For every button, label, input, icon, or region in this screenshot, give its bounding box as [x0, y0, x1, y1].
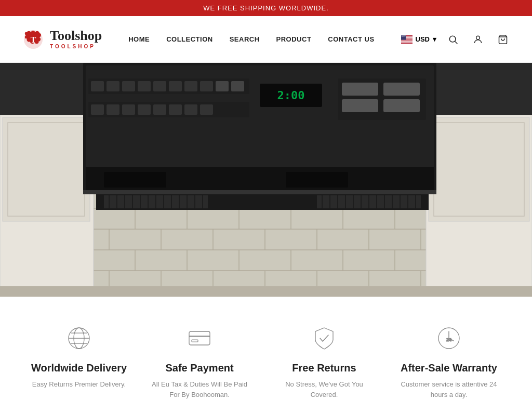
svg-point-14 [405, 35, 405, 36]
svg-rect-107 [122, 81, 135, 91]
svg-rect-105 [91, 81, 104, 91]
svg-rect-106 [107, 81, 119, 91]
search-button[interactable] [445, 31, 461, 48]
credit-card-icon-container [184, 323, 215, 354]
svg-text:T: T [31, 35, 36, 44]
logo-text: Toolshop TOOLSHOP [50, 29, 102, 49]
feature-3-title: After-Sale Warranty [401, 362, 497, 374]
hero-image: 2:00 [0, 63, 532, 297]
feature-0-title: Worldwide Delivery [31, 362, 127, 374]
globe-icon [66, 325, 92, 351]
main-nav: HOME COLLECTION SEARCH PRODUCT CONTACT U… [128, 35, 374, 43]
svg-point-21 [476, 36, 480, 39]
account-button[interactable] [470, 31, 486, 48]
svg-rect-168 [189, 331, 210, 345]
nav-search[interactable]: SEARCH [230, 35, 260, 43]
svg-rect-114 [231, 81, 244, 91]
svg-rect-118 [122, 104, 135, 115]
svg-point-12 [403, 35, 404, 36]
svg-rect-130 [104, 172, 166, 188]
svg-rect-127 [342, 99, 378, 112]
svg-rect-113 [216, 81, 229, 91]
user-icon [473, 34, 483, 45]
logo-name: Toolshop [50, 29, 102, 43]
svg-rect-96 [429, 117, 529, 221]
svg-point-17 [404, 36, 404, 36]
nav-contact[interactable]: CONTACT US [328, 35, 374, 43]
clock-24-icon-container: 24 [433, 323, 464, 354]
hero-section: 2:00 [0, 63, 532, 297]
svg-rect-116 [91, 104, 104, 115]
svg-point-19 [449, 36, 456, 42]
svg-rect-162 [0, 286, 532, 297]
cart-icon [498, 34, 508, 45]
credit-card-icon [187, 325, 212, 351]
currency-chevron: ▾ [433, 35, 436, 43]
svg-rect-131 [286, 172, 348, 188]
svg-text:24: 24 [446, 337, 451, 342]
svg-rect-109 [153, 81, 166, 91]
svg-point-16 [403, 36, 403, 36]
svg-rect-126 [383, 83, 420, 96]
svg-point-15 [402, 36, 402, 36]
feature-worldwide-delivery: Worldwide Delivery Easy Returns Premier … [31, 323, 127, 390]
svg-rect-122 [184, 104, 197, 115]
svg-rect-8 [401, 42, 413, 43]
svg-rect-92 [3, 117, 90, 221]
svg-rect-111 [184, 81, 197, 91]
svg-rect-108 [138, 81, 151, 91]
cart-button[interactable] [495, 31, 511, 48]
svg-point-18 [404, 36, 405, 36]
svg-rect-123 [200, 104, 213, 115]
search-icon [448, 34, 458, 45]
banner-text: WE FREE SHIPPING WORLDWIDE. [203, 4, 329, 12]
logo-sub: TOOLSHOP [50, 44, 102, 49]
globe-icon-container [63, 323, 95, 354]
svg-rect-121 [169, 104, 182, 115]
nav-collection[interactable]: COLLECTION [166, 35, 213, 43]
svg-point-10 [401, 35, 402, 36]
shield-check-icon-container [309, 323, 340, 354]
logo-icon: T [21, 27, 46, 52]
svg-rect-125 [342, 83, 378, 96]
svg-rect-170 [192, 340, 198, 342]
currency-label: USD [416, 35, 430, 43]
header: T Toolshop TOOLSHOP HOME COLLECTION SEAR… [0, 16, 532, 63]
clock-24-icon: 24 [436, 325, 462, 351]
feature-2-desc: No Stress, We've Got You Covered. [272, 379, 376, 399]
svg-point-13 [404, 35, 404, 36]
header-right: USD ▾ [401, 31, 511, 48]
top-banner: WE FREE SHIPPING WORLDWIDE. [0, 0, 532, 16]
feature-1-desc: All Eu Tax & Duties Will Be Paid For By … [148, 379, 251, 399]
svg-text:2:00: 2:00 [277, 89, 305, 102]
svg-point-11 [402, 35, 403, 36]
svg-rect-119 [138, 104, 151, 115]
currency-selector[interactable]: USD ▾ [401, 35, 436, 44]
feature-safe-payment: Safe Payment All Eu Tax & Duties Will Be… [148, 323, 251, 399]
svg-rect-110 [169, 81, 182, 91]
svg-rect-128 [383, 99, 420, 112]
svg-rect-132 [83, 190, 436, 194]
feature-1-title: Safe Payment [165, 362, 233, 374]
svg-rect-117 [107, 104, 119, 115]
feature-3-desc: Customer service is attentive 24 hours a… [397, 379, 501, 399]
features-section: Worldwide Delivery Easy Returns Premier … [0, 297, 532, 399]
feature-after-sale-warranty: 24 After-Sale Warranty Customer service … [397, 323, 501, 399]
shield-check-icon [311, 325, 337, 351]
svg-rect-6 [401, 39, 413, 40]
svg-rect-112 [200, 81, 213, 91]
feature-free-returns: Free Returns No Stress, We've Got You Co… [272, 323, 376, 399]
nav-home[interactable]: HOME [128, 35, 150, 43]
feature-2-title: Free Returns [292, 362, 356, 374]
logo[interactable]: T Toolshop TOOLSHOP [21, 27, 102, 52]
feature-0-desc: Easy Returns Premier Delivery. [32, 379, 126, 390]
svg-rect-120 [153, 104, 166, 115]
svg-rect-7 [401, 41, 413, 42]
flag-icon [401, 35, 413, 44]
nav-product[interactable]: PRODUCT [276, 35, 312, 43]
svg-line-20 [455, 41, 458, 44]
